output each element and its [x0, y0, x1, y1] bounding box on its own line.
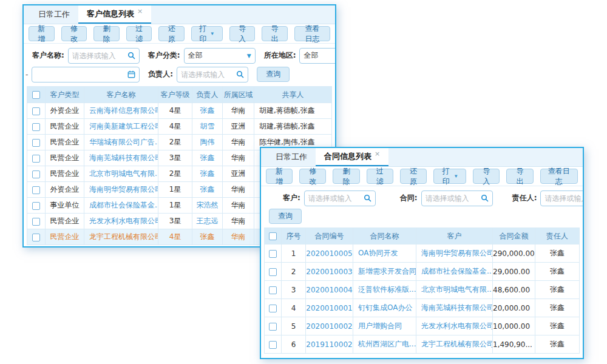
row-checkbox[interactable]	[269, 323, 277, 331]
category-select[interactable]: 全部 ▼	[184, 48, 256, 64]
delete-button[interactable]: 删除	[93, 26, 120, 41]
cell-link[interactable]: 钉钉集成OA办公	[353, 299, 416, 317]
row-checkbox[interactable]	[32, 202, 40, 210]
search-icon[interactable]	[364, 194, 371, 202]
row-checkbox[interactable]	[32, 234, 40, 241]
search-icon[interactable]	[127, 52, 135, 59]
cell-link[interactable]: 2020010003	[306, 263, 353, 281]
table-row[interactable]: 民营企业河南美新建筑工程公司4星胡雪亚洲胡建,蒋德帧,张鑫	[27, 119, 332, 135]
tab-contract-info-list[interactable]: 合同信息列表×	[316, 148, 388, 166]
cell-link[interactable]: 成都市社会保险基金...	[416, 263, 493, 281]
responsible-input[interactable]	[544, 194, 584, 203]
row-checkbox[interactable]	[32, 186, 40, 194]
table-row[interactable]: 52020010002用户增购合同光发水利水电有限公司10,000.00张鑫	[265, 317, 580, 335]
tab-daily-work[interactable]: 日常工作	[267, 148, 316, 166]
cell-link[interactable]: OA协同开发	[353, 244, 416, 263]
view-log-button[interactable]: 查看日志	[294, 26, 330, 41]
add-button[interactable]: 新增	[266, 169, 293, 184]
row-checkbox[interactable]	[269, 286, 277, 294]
row-checkbox[interactable]	[32, 123, 40, 131]
row-checkbox[interactable]	[32, 139, 40, 147]
view-log-button[interactable]: 查看日志	[540, 169, 578, 184]
tab-customer-info-list[interactable]: 客户信息列表×	[78, 5, 151, 24]
cell-link[interactable]: 华瑞城有限公司广告...	[84, 135, 158, 150]
search-icon[interactable]	[236, 70, 244, 78]
filter-button[interactable]: 过滤	[126, 26, 152, 41]
edit-button[interactable]: 修改	[299, 169, 326, 184]
select-all-checkbox[interactable]	[269, 232, 277, 240]
table-row[interactable]: 12020010005OA协同开发海南明华贸易有限公司290,000.00张鑫	[265, 244, 580, 263]
restore-button[interactable]: 还原	[158, 26, 185, 41]
print-button[interactable]: 打印▼	[433, 169, 466, 184]
contract-input[interactable]	[426, 194, 481, 203]
cell-link[interactable]: 王志远	[192, 214, 223, 229]
customer-name-input[interactable]	[72, 52, 127, 60]
row-checkbox[interactable]	[32, 170, 40, 178]
row-checkbox[interactable]	[32, 155, 40, 163]
cell-link[interactable]: 北京市明城电气有限...	[84, 166, 158, 182]
export-button[interactable]: 导出	[262, 26, 288, 41]
cell-link[interactable]: 2020010004	[306, 281, 353, 299]
cell-link[interactable]: 泛普软件标准版...	[353, 281, 416, 299]
date-input[interactable]	[36, 70, 127, 79]
row-checkbox[interactable]	[269, 341, 277, 349]
table-row[interactable]: 32020010004泛普软件标准版...北京市明城电气有限...48,600.…	[265, 281, 580, 299]
close-icon[interactable]: ×	[137, 7, 143, 15]
cell-link[interactable]: 张鑫	[192, 166, 223, 182]
cell-link[interactable]: 陶伟	[192, 135, 223, 150]
cell-link[interactable]: 龙宇工程机械有限公司	[84, 229, 158, 245]
edit-button[interactable]: 修改	[61, 26, 87, 41]
cell-link[interactable]: 胡雪	[192, 119, 223, 135]
cell-link[interactable]: 张鑫	[192, 103, 223, 119]
print-button[interactable]: 打印▼	[191, 26, 223, 41]
cell-link[interactable]: 云南海祥信息有限公司	[84, 103, 158, 119]
filter-button[interactable]: 过滤	[367, 169, 393, 184]
customer-input[interactable]	[308, 194, 364, 203]
cell-link[interactable]: 2020010005	[306, 244, 353, 263]
cell-link[interactable]: 成都市社会保险基金...	[84, 198, 158, 214]
cell-link[interactable]: 2020010002	[306, 317, 353, 335]
restore-button[interactable]: 还原	[400, 169, 427, 184]
cell-link[interactable]: 河南美新建筑工程公司	[84, 119, 158, 135]
row-checkbox[interactable]	[32, 218, 40, 226]
row-checkbox[interactable]	[269, 305, 277, 312]
table-row[interactable]: 外资企业云南海祥信息有限公司4星张鑫华南胡建,蒋德帧,张鑫	[27, 103, 332, 119]
cell-link[interactable]: 海南明华贸易有限公司	[416, 244, 493, 263]
cell-link[interactable]: 张鑫	[192, 182, 223, 198]
table-row[interactable]: 62019110002杭州西湖区广电...龙宇工程机械有限公司1,490,90.…	[265, 335, 580, 354]
cell-link[interactable]: 2020010001	[306, 299, 353, 317]
cell-link[interactable]: 宋浩然	[192, 198, 223, 214]
cell-link[interactable]: 光发水利水电有限公司	[416, 317, 493, 335]
tab-daily-work[interactable]: 日常工作	[30, 5, 78, 24]
import-button[interactable]: 导入	[229, 26, 256, 41]
row-checkbox[interactable]	[269, 250, 277, 258]
owner-input[interactable]	[181, 70, 236, 79]
query-button[interactable]: 查询	[269, 209, 302, 224]
cell-link[interactable]: 新增需求开发合同	[353, 263, 416, 281]
close-icon[interactable]: ×	[375, 150, 380, 158]
cell-link[interactable]: 张鑫	[192, 229, 223, 245]
row-checkbox[interactable]	[32, 107, 40, 115]
cell-link[interactable]: 光发水利水电有限公司	[84, 214, 158, 229]
calendar-icon[interactable]	[127, 70, 135, 78]
cell-link[interactable]: 海南芜城科技有限公司	[416, 299, 493, 317]
search-icon[interactable]	[481, 194, 489, 202]
add-button[interactable]: 新增	[29, 26, 55, 41]
cell-link[interactable]: 杭州西湖区广电...	[353, 335, 416, 354]
cell-link[interactable]: 2019110002	[306, 335, 353, 354]
export-button[interactable]: 导出	[506, 169, 533, 184]
import-button[interactable]: 导入	[473, 169, 500, 184]
region-select[interactable]: 全部 ▼	[299, 48, 336, 64]
table-row[interactable]: 42020010001钉钉集成OA办公海南芜城科技有限公司20,000.00张鑫	[265, 299, 580, 317]
row-checkbox[interactable]	[269, 268, 277, 276]
cell-link[interactable]: 张鑫	[192, 150, 223, 166]
cell-link[interactable]: 海南明华贸易有限公司	[84, 182, 158, 198]
cell-link[interactable]: 海南芜城科技有限公司	[84, 150, 158, 166]
query-button[interactable]: 查询	[257, 67, 290, 82]
table-row[interactable]: 22020010003新增需求开发合同成都市社会保险基金...29,000.00…	[265, 263, 580, 281]
delete-button[interactable]: 删除	[333, 169, 359, 184]
cell-link[interactable]: 龙宇工程机械有限公司	[416, 335, 493, 354]
cell-link[interactable]: 用户增购合同	[353, 317, 416, 335]
select-all-checkbox[interactable]	[32, 91, 40, 99]
cell-link[interactable]: 北京市明城电气有限...	[416, 281, 493, 299]
